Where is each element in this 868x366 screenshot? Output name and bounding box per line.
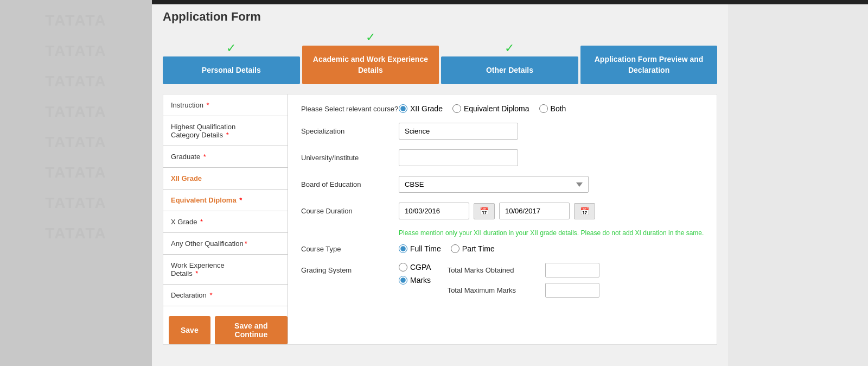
step-academic-btn[interactable]: Academic and Work Experience Details: [302, 46, 439, 84]
sidebar-item-x-grade[interactable]: X Grade *: [163, 211, 288, 233]
board-select[interactable]: CBSE ICSE State Board Other: [399, 176, 589, 193]
duration-end-cal-btn[interactable]: 📅: [574, 203, 595, 219]
sidebar-item-equiv-diploma[interactable]: Equivalent Diploma *: [163, 190, 288, 211]
course-radio-equiv[interactable]: [452, 104, 461, 113]
step-academic-check: ✓: [366, 30, 375, 45]
course-question-label: Please Select relevant course?: [301, 105, 399, 113]
sidebar-item-graduate[interactable]: Graduate *: [163, 146, 288, 168]
step-preview-btn[interactable]: Application Form Preview and Declaration: [580, 46, 718, 84]
step-other-check: ✓: [505, 41, 514, 55]
step-other-btn[interactable]: Other Details: [441, 56, 578, 85]
req-graduate: *: [203, 153, 206, 161]
marks-col: Total Marks Obtained Total Maximum Marks: [448, 263, 599, 298]
course-type-control: Full Time Part Time: [399, 244, 704, 253]
step-academic[interactable]: ✓ Academic and Work Experience Details: [302, 30, 439, 84]
form-area: Instruction * Highest QualificationCateg…: [163, 94, 717, 345]
sidebar-item-any-other[interactable]: Any Other Qualification*: [163, 233, 288, 255]
req-other: *: [245, 239, 247, 248]
course-type-label: Course Type: [301, 245, 399, 253]
sidebar-item-xii-grade[interactable]: XII Grade: [163, 168, 288, 190]
grading-cgpa-label: CGPA: [410, 263, 431, 272]
grading-with-marks: CGPA Marks Total Marks Obtained: [399, 263, 599, 298]
total-max-input[interactable]: [545, 283, 599, 298]
specialization-row: Specialization: [301, 123, 704, 140]
grading-row: Grading System CGPA Marks: [301, 263, 704, 298]
course-radio-xii[interactable]: [399, 104, 407, 113]
course-type-part-radio[interactable]: [451, 244, 459, 253]
total-obtained-label: Total Marks Obtained: [448, 266, 540, 274]
course-type-full-radio[interactable]: [399, 244, 407, 253]
duration-start-input[interactable]: [399, 203, 469, 219]
specialization-input[interactable]: [399, 123, 518, 140]
course-type-full-label: Full Time: [410, 244, 441, 253]
watermark-bg: TATATA TATATA TATATA TATATA TATATA TATAT…: [0, 0, 152, 366]
grading-cgpa[interactable]: CGPA: [399, 263, 431, 272]
course-option-both[interactable]: Both: [539, 104, 566, 113]
course-type-row: Course Type Full Time Part Time: [301, 244, 704, 253]
university-row: University/Institute: [301, 149, 704, 166]
step-preview[interactable]: ✓ Application Form Preview and Declarati…: [580, 30, 718, 84]
sidebar-item-declaration[interactable]: Declaration *: [163, 285, 288, 306]
grading-cgpa-radio[interactable]: [399, 263, 407, 272]
total-obtained-input[interactable]: [545, 263, 599, 277]
req-work: *: [195, 269, 198, 277]
duration-label: Course Duration: [301, 207, 399, 215]
university-control: [399, 149, 704, 166]
page-title: Application Form: [163, 10, 717, 24]
buttons-row: Save Save and Continue: [163, 316, 288, 344]
course-label-equiv: Equivalent Diploma: [464, 104, 529, 113]
sidebar: Instruction * Highest QualificationCateg…: [163, 94, 288, 344]
course-option-xii[interactable]: XII Grade: [399, 104, 443, 113]
total-obtained-row: Total Marks Obtained: [448, 263, 599, 277]
course-option-equiv[interactable]: Equivalent Diploma: [452, 104, 529, 113]
board-label: Board of Education: [301, 180, 399, 188]
save-continue-button[interactable]: Save and Continue: [215, 316, 288, 344]
grading-marks-label: Marks: [410, 276, 431, 285]
duration-control: 📅 📅: [399, 203, 704, 219]
req-declaration: *: [209, 291, 212, 299]
req-hq: *: [226, 131, 229, 139]
board-row: Board of Education CBSE ICSE State Board…: [301, 176, 704, 193]
board-control: CBSE ICSE State Board Other: [399, 176, 704, 193]
sidebar-item-work-exp[interactable]: Work ExperienceDetails *: [163, 255, 288, 285]
step-personal-btn[interactable]: Personal Details: [163, 56, 300, 85]
course-type-part[interactable]: Part Time: [451, 244, 495, 253]
sidebar-item-hq-category[interactable]: Highest QualificationCategory Details *: [163, 116, 288, 146]
grading-label: Grading System: [301, 263, 399, 274]
course-type-part-label: Part Time: [462, 244, 495, 253]
course-label-xii: XII Grade: [410, 104, 443, 113]
duration-end-input[interactable]: [499, 203, 570, 219]
steps-row: ✓ Personal Details ✓ Academic and Work E…: [163, 30, 717, 84]
grading-options: CGPA Marks: [399, 263, 431, 285]
step-other[interactable]: ✓ Other Details: [441, 41, 578, 85]
course-label-both: Both: [551, 104, 566, 113]
save-button[interactable]: Save: [169, 316, 210, 344]
step-personal[interactable]: ✓ Personal Details: [163, 41, 300, 85]
total-max-label: Total Maximum Marks: [448, 286, 540, 294]
university-label: University/Institute: [301, 154, 399, 162]
grading-marks[interactable]: Marks: [399, 276, 431, 285]
university-input[interactable]: [399, 149, 518, 166]
xii-notice: Please mention only your XII duration in…: [399, 229, 704, 237]
duration-start-cal-btn[interactable]: 📅: [474, 203, 495, 219]
req-xgrade: *: [200, 218, 203, 226]
grading-marks-radio[interactable]: [399, 276, 407, 285]
form-content: Please Select relevant course? XII Grade…: [288, 94, 717, 344]
specialization-control: [399, 123, 704, 140]
course-type-full[interactable]: Full Time: [399, 244, 441, 253]
sidebar-item-instruction[interactable]: Instruction *: [163, 94, 288, 116]
duration-row: Course Duration 📅 📅: [301, 203, 704, 219]
req-instruction: *: [207, 101, 209, 109]
course-radio-both[interactable]: [539, 104, 548, 113]
specialization-label: Specialization: [301, 127, 399, 135]
course-selection-row: Please Select relevant course? XII Grade…: [301, 104, 704, 113]
step-personal-check: ✓: [226, 41, 236, 55]
course-radio-group: XII Grade Equivalent Diploma Both: [399, 104, 704, 113]
req-equiv: *: [239, 196, 242, 204]
total-max-row: Total Maximum Marks: [448, 283, 599, 298]
